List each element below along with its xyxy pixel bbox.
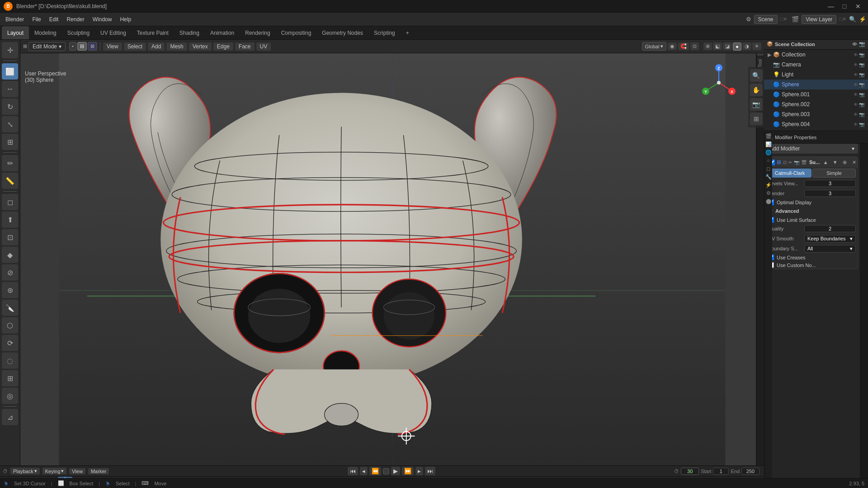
outliner-sphere001[interactable]: 🔵 Sphere.001 👁📷 bbox=[764, 89, 868, 99]
move-tool[interactable]: ↔ bbox=[2, 81, 18, 97]
knife-tool[interactable]: 🔪 bbox=[2, 300, 18, 316]
prop-render-tab[interactable]: 🎬 bbox=[765, 132, 772, 140]
start-frame-input[interactable]: 1 bbox=[713, 468, 729, 475]
modifier-real-time-icon[interactable]: ⊡ bbox=[783, 160, 787, 165]
add-cube-tool[interactable]: ◻ bbox=[2, 194, 18, 210]
prop-physics-tab[interactable]: ⚙ bbox=[765, 189, 772, 197]
end-frame-input[interactable]: 250 bbox=[741, 468, 760, 475]
render-value[interactable]: 3 bbox=[804, 190, 856, 197]
outliner-sphere-active[interactable]: 🔵 Sphere 👁📷 bbox=[764, 80, 868, 89]
view-menu[interactable]: View bbox=[103, 42, 122, 51]
tab-compositing[interactable]: Compositing bbox=[276, 26, 317, 39]
modifier-down-icon[interactable]: ▼ bbox=[831, 158, 839, 166]
material-shade[interactable]: ◑ bbox=[742, 42, 751, 50]
menu-help[interactable]: Help bbox=[116, 15, 135, 24]
prop-modifier-tab[interactable]: 🔧 bbox=[765, 173, 772, 180]
bevel-tool[interactable]: ◆ bbox=[2, 247, 18, 263]
tab-animation[interactable]: Animation bbox=[205, 26, 240, 39]
s002-vis-icon[interactable]: 👁 bbox=[854, 102, 858, 107]
prev-keyframe-btn[interactable]: ⏪ bbox=[369, 467, 381, 475]
next-keyframe-btn[interactable]: ⏩ bbox=[402, 467, 414, 475]
prop-object-tab[interactable]: ◻ bbox=[765, 165, 772, 172]
rotate-tool[interactable]: ↻ bbox=[2, 99, 18, 115]
edge-select-mode[interactable]: ⊟ bbox=[77, 42, 87, 51]
keying-dropdown[interactable]: Keying▾ bbox=[42, 468, 67, 474]
tab-sculpting[interactable]: Sculpting bbox=[62, 26, 95, 39]
randomize-tool[interactable]: ⊞ bbox=[2, 370, 18, 386]
modifier-camera-icon[interactable]: 🎬 bbox=[801, 160, 807, 165]
s003-vis-icon[interactable]: 👁 bbox=[854, 112, 858, 117]
light-vis-icon[interactable]: 👁 bbox=[854, 72, 858, 77]
modifier-edit-icon[interactable]: ✏ bbox=[788, 160, 792, 165]
tab-texture-paint[interactable]: Texture Paint bbox=[132, 26, 174, 39]
rendered-shade[interactable]: ☀ bbox=[752, 42, 761, 50]
s004-vis-icon[interactable]: 👁 bbox=[854, 122, 858, 127]
play-btn[interactable]: ▶ bbox=[391, 467, 400, 475]
scene-selector[interactable]: Scene bbox=[754, 15, 778, 24]
mesh-menu[interactable]: Mesh bbox=[166, 42, 187, 51]
overlays-btn[interactable]: ⊕ bbox=[703, 42, 712, 50]
modifier-apply-icon[interactable]: ⊕ bbox=[840, 158, 849, 166]
extrude-tool[interactable]: ⬆ bbox=[2, 211, 18, 228]
outliner-collection[interactable]: ▶ 📦 Collection 👁 📷 bbox=[764, 50, 868, 60]
add-modifier-btn[interactable]: Add Modifier ▾ bbox=[766, 144, 858, 154]
snap-toggle[interactable]: 🧲 bbox=[678, 42, 689, 50]
prev-frame-btn[interactable]: ◂ bbox=[360, 467, 368, 475]
transform-tool[interactable]: ⊞ bbox=[2, 134, 18, 150]
menu-window[interactable]: Window bbox=[89, 15, 116, 24]
loop-cut-tool[interactable]: ⊘ bbox=[2, 264, 18, 281]
modifier-up-icon[interactable]: ▲ bbox=[821, 158, 830, 166]
tab-layout[interactable]: Layout bbox=[2, 26, 29, 39]
select-menu[interactable]: Select bbox=[124, 42, 146, 51]
view-timeline-btn[interactable]: View bbox=[69, 468, 85, 474]
advanced-section-collapse[interactable]: ▼ Advanced bbox=[766, 207, 858, 215]
xray-btn[interactable]: ⬕ bbox=[713, 42, 722, 50]
vertex-menu[interactable]: Vertex bbox=[189, 42, 212, 51]
menu-blender[interactable]: Blender bbox=[2, 15, 28, 24]
menu-edit[interactable]: Edit bbox=[46, 15, 62, 24]
pan-icon[interactable]: ✋ bbox=[750, 84, 763, 96]
tab-uv-editing[interactable]: UV Editing bbox=[95, 26, 132, 39]
camera-view-icon[interactable]: 📷 bbox=[750, 98, 763, 111]
menu-file[interactable]: File bbox=[28, 15, 44, 24]
tab-geometry-nodes[interactable]: Geometry Nodes bbox=[316, 26, 368, 39]
prop-scene-tab[interactable]: 🌐 bbox=[765, 149, 772, 156]
outliner-sphere002[interactable]: 🔵 Sphere.002 👁📷 bbox=[764, 99, 868, 109]
inset-tool[interactable]: ⊡ bbox=[2, 229, 18, 245]
marker-btn[interactable]: Marker bbox=[88, 468, 109, 474]
measure-tool[interactable]: 📏 bbox=[2, 173, 18, 189]
scale-tool[interactable]: ⤡ bbox=[2, 116, 18, 132]
prop-world-tab[interactable]: ○ bbox=[765, 157, 772, 164]
wireframe-shade[interactable]: ◪ bbox=[723, 42, 732, 50]
smooth-tool[interactable]: ◌ bbox=[2, 352, 18, 369]
tab-add[interactable]: + bbox=[401, 26, 415, 39]
outliner-camera[interactable]: 📷 Camera 👁 📷 bbox=[764, 60, 868, 70]
simple-btn[interactable]: Simple bbox=[812, 169, 856, 178]
cam-vis-icon[interactable]: 👁 bbox=[854, 62, 858, 67]
sphere-vis-icon[interactable]: 👁 bbox=[854, 82, 858, 87]
boundary-smooth-dropdown[interactable]: All ▾ bbox=[804, 245, 856, 253]
proportional-edit[interactable]: ⊙ bbox=[690, 42, 699, 50]
levels-view-value[interactable]: 3 bbox=[804, 180, 856, 187]
add-menu[interactable]: Add bbox=[148, 42, 165, 51]
select-box-tool[interactable]: ⬜ bbox=[2, 63, 18, 80]
prop-output-tab[interactable]: 📊 bbox=[765, 141, 772, 148]
edit-mode-dropdown[interactable]: Edit Mode ▾ bbox=[28, 42, 66, 51]
next-frame-btn[interactable]: ▸ bbox=[415, 467, 423, 475]
face-menu[interactable]: Face bbox=[235, 42, 255, 51]
outliner-light[interactable]: 💡 Light 👁📷 bbox=[764, 70, 868, 80]
close-btn[interactable]: ✕ bbox=[852, 0, 864, 13]
modifier-remove-icon[interactable]: ✕ bbox=[850, 158, 858, 166]
maximize-btn[interactable]: □ bbox=[838, 0, 851, 13]
edge-menu[interactable]: Edge bbox=[213, 42, 233, 51]
s001-vis-icon[interactable]: 👁 bbox=[854, 92, 858, 97]
face-select-mode[interactable]: ⊠ bbox=[88, 42, 97, 51]
outliner-sphere004[interactable]: 🔵 Sphere.004 👁📷 bbox=[764, 119, 868, 129]
view-layer-selector[interactable]: View Layer bbox=[802, 15, 836, 24]
shrink-tool[interactable]: ◎ bbox=[2, 388, 18, 404]
transform-orientation[interactable]: Global ▾ bbox=[642, 42, 667, 51]
offset-edge-tool[interactable]: ⊛ bbox=[2, 282, 18, 298]
minimize-btn[interactable]: — bbox=[825, 0, 837, 13]
tab-modeling[interactable]: Modeling bbox=[29, 26, 62, 39]
viewport-3d-area[interactable]: User Perspective (30) Sphere bbox=[20, 53, 764, 465]
